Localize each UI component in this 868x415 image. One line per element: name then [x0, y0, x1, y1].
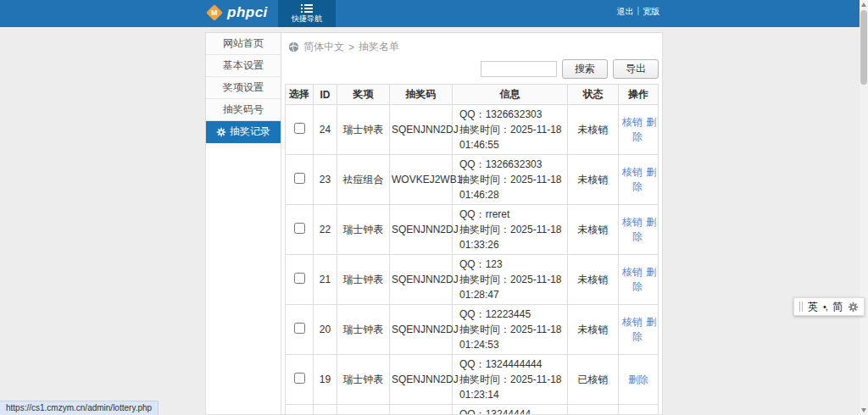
row-id: 18 — [314, 405, 337, 415]
row-checkbox[interactable] — [294, 323, 305, 334]
row-status-badge: 未核销 — [568, 405, 619, 415]
scrollbar-thumb[interactable] — [860, 10, 867, 85]
toolbar: 搜索 导出 — [281, 58, 662, 84]
row-id: 19 — [314, 355, 337, 405]
top-links: 退出 | 宽版 — [616, 6, 659, 18]
ime-toolbar: 英 •, 简 — [793, 297, 865, 316]
row-code: WOVKEJ2WB1 — [390, 155, 453, 205]
list-menu-icon — [301, 4, 313, 13]
row-qq: QQ：13244444 — [459, 407, 565, 415]
column-header-prize: 奖项 — [337, 85, 390, 105]
app-logo[interactable]: M phpci — [209, 4, 268, 21]
sidebar-item[interactable]: 基本设置 — [206, 55, 281, 77]
row-checkbox[interactable] — [294, 123, 305, 134]
row-qq: QQ：1326632303 — [459, 107, 565, 122]
sidebar-item[interactable]: 奖项设置 — [206, 77, 281, 99]
quick-nav-tab[interactable]: 快捷导航 — [278, 0, 336, 27]
row-action-link[interactable]: 核销 — [622, 316, 643, 328]
row-code: SQENJNN2DJ — [390, 205, 453, 255]
search-input[interactable] — [481, 61, 557, 77]
scroll-down-arrow-icon[interactable] — [861, 408, 866, 412]
row-info: QQ：1326632303 抽奖时间：2025-11-18 01:46:55 — [453, 105, 568, 155]
row-actions: 核销删除 — [619, 405, 659, 415]
table-row: 21 瑞士钟表 SQENJNN2DJ QQ：123 抽奖时间：2025-11-1… — [286, 255, 659, 305]
sidebar-item[interactable]: 网站首页 — [206, 33, 281, 55]
breadcrumb-lang[interactable]: 简体中文 — [303, 40, 344, 54]
row-actions: 核销删除 — [619, 205, 659, 255]
column-header-actions: 操作 — [619, 85, 659, 105]
row-actions: 核销删除 — [619, 305, 659, 355]
breadcrumb: 简体中文 > 抽奖名单 — [281, 33, 662, 58]
row-prize: 瑞士钟表 — [337, 305, 390, 355]
row-info: QQ：13244444 抽奖时间：2025-11-18 01:22:48 — [453, 405, 568, 415]
ime-gear-icon[interactable] — [848, 302, 859, 313]
sidebar-item-label: 抽奖码号 — [223, 102, 264, 117]
row-action-link[interactable]: 核销 — [622, 216, 643, 228]
ime-drag-handle[interactable] — [799, 302, 803, 312]
sidebar-item-label: 抽奖记录 — [230, 125, 270, 139]
column-header-code: 抽奖码 — [390, 85, 453, 105]
search-button[interactable]: 搜索 — [562, 59, 608, 79]
column-header-info: 信息 — [453, 85, 568, 105]
row-checkbox[interactable] — [294, 373, 305, 384]
row-id: 22 — [314, 205, 337, 255]
table-row: 23 祛痘组合 WOVKEJ2WB1 QQ：1326632303 抽奖时间：20… — [286, 155, 659, 205]
row-checkbox[interactable] — [294, 223, 305, 234]
row-action-link[interactable]: 核销 — [622, 116, 643, 128]
row-action-link[interactable]: 删除 — [628, 374, 648, 385]
records-table: 选择 ID 奖项 抽奖码 信息 状态 操作 24 瑞士钟表 SQENJNN2DJ… — [285, 84, 659, 415]
row-status-badge: 未核销 — [568, 305, 619, 355]
row-actions: 核销删除 — [619, 155, 659, 205]
row-action-link[interactable]: 核销 — [622, 266, 643, 278]
status-url: https://cs1.cmzym.cn/admin/lottery.php — [6, 403, 152, 412]
row-checkbox[interactable] — [294, 173, 305, 184]
row-status-badge: 未核销 — [568, 255, 619, 305]
row-prize: 瑞士钟表 — [337, 205, 390, 255]
sidebar-item-label: 奖项设置 — [223, 80, 264, 95]
row-qq: QQ：12223445 — [459, 307, 565, 322]
logout-link[interactable]: 退出 — [616, 6, 633, 18]
logo-diamond-icon: M — [206, 4, 223, 21]
top-navbar: M phpci 快捷导航 退出 | 宽版 — [0, 0, 868, 27]
top-links-divider: | — [637, 6, 639, 18]
ime-lang-en[interactable]: 英 — [808, 300, 818, 314]
row-info: QQ：123 抽奖时间：2025-11-18 01:28:47 — [453, 255, 568, 305]
table-row: 24 瑞士钟表 SQENJNN2DJ QQ：1326632303 抽奖时间：20… — [286, 105, 659, 155]
ime-punctuation-toggle[interactable]: •, — [823, 302, 827, 312]
table-row: 20 瑞士钟表 SQENJNN2DJ QQ：12223445 抽奖时间：2025… — [286, 305, 659, 355]
row-id: 23 — [314, 155, 337, 205]
breadcrumb-separator: > — [348, 42, 354, 53]
sidebar-item-label: 基本设置 — [223, 58, 264, 73]
column-header-select: 选择 — [286, 85, 314, 105]
row-prize: 瑞士钟表 — [337, 355, 390, 405]
scroll-up-arrow-icon[interactable] — [861, 3, 866, 7]
row-code: S41A0BNKUZ — [390, 405, 453, 415]
row-status-badge: 已核销 — [568, 355, 619, 405]
row-prize: 祛痘组合 — [337, 405, 390, 415]
export-button[interactable]: 导出 — [613, 59, 659, 79]
browser-scrollbar[interactable] — [860, 0, 868, 415]
row-checkbox[interactable] — [294, 273, 305, 284]
sidebar-item[interactable]: 抽奖记录 — [206, 121, 281, 143]
sidebar-item[interactable]: 抽奖码号 — [206, 99, 281, 121]
row-info: QQ：12223445 抽奖时间：2025-11-18 01:24:53 — [453, 305, 568, 355]
row-draw-time: 抽奖时间：2025-11-18 01:46:28 — [459, 172, 565, 202]
row-code: SQENJNN2DJ — [390, 305, 453, 355]
row-info: QQ：1324444444 抽奖时间：2025-11-18 01:23:14 — [453, 355, 568, 405]
row-action-link[interactable]: 核销 — [622, 166, 643, 178]
ime-lang-simplified[interactable]: 简 — [832, 300, 843, 314]
row-status-badge: 未核销 — [568, 205, 619, 255]
row-draw-time: 抽奖时间：2025-11-18 01:33:26 — [459, 222, 565, 252]
row-code: SQENJNN2DJ — [390, 255, 453, 305]
row-draw-time: 抽奖时间：2025-11-18 01:46:55 — [459, 122, 565, 152]
row-qq: QQ：rreret — [459, 207, 565, 222]
table-row: 19 瑞士钟表 SQENJNN2DJ QQ：1324444444 抽奖时间：20… — [286, 355, 659, 405]
row-info: QQ：rreret 抽奖时间：2025-11-18 01:33:26 — [453, 205, 568, 255]
sidebar-item-label: 网站首页 — [223, 36, 264, 51]
table-header-row: 选择 ID 奖项 抽奖码 信息 状态 操作 — [286, 85, 659, 105]
wide-mode-link[interactable]: 宽版 — [643, 6, 659, 18]
row-actions: 核销删除 — [619, 105, 659, 155]
table-row: 22 瑞士钟表 SQENJNN2DJ QQ：rreret 抽奖时间：2025-1… — [286, 205, 659, 255]
breadcrumb-page: 抽奖名单 — [359, 40, 399, 54]
row-id: 24 — [314, 105, 337, 155]
